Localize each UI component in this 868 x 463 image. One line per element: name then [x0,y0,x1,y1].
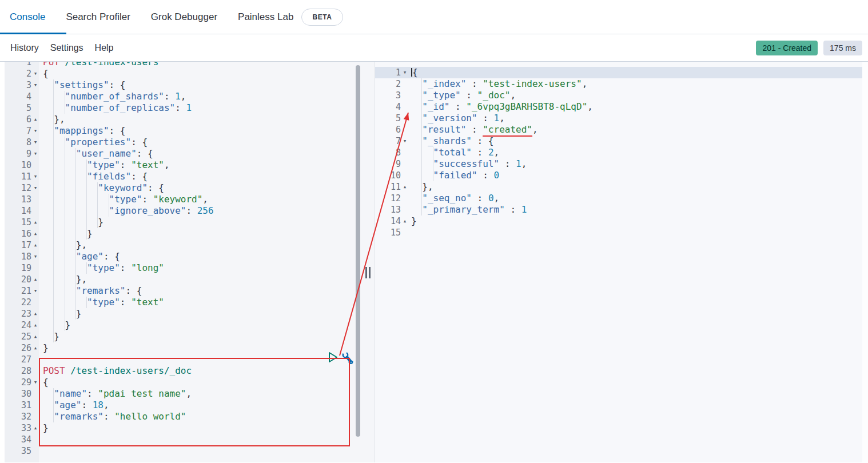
code-text: } [39,228,93,240]
code-line: 19"type": "long" [0,262,375,274]
code-line: 15▴} [0,217,375,228]
line-number: 10 [375,170,401,181]
settings-menu[interactable]: Settings [50,43,83,53]
tab-painless-lab[interactable]: Painless Lab [228,0,296,34]
code-line: 10"failed" : 0 [375,170,862,181]
code-text [39,354,43,365]
fold-toggle-icon[interactable]: ▾ [31,137,39,148]
code-line: 27 [0,354,375,365]
tab-search-profiler[interactable]: Search Profiler [55,0,140,34]
fold-toggle-icon[interactable]: ▾ [31,182,39,194]
line-number: 8 [375,147,401,158]
code-line: 3▾"settings": { [0,79,375,91]
fold-toggle-icon[interactable]: ▴ [31,331,39,342]
code-line: 31"age": 18, [0,400,375,411]
fold-gutter [401,158,409,170]
fold-gutter [31,62,39,68]
code-text: "fields": { [39,171,148,182]
fold-toggle-icon[interactable]: ▾ [31,148,39,159]
editor-scrollbar-thumb[interactable] [356,65,360,437]
code-text: "failed" : 0 [409,170,499,181]
send-request-button[interactable] [328,351,339,364]
code-line: 16▴} [0,228,375,240]
request-editor-pane[interactable]: 1PUT /test-index-users2▾{3▾"settings": {… [0,62,375,462]
fold-toggle-icon[interactable]: ▾ [31,377,39,388]
code-line: 14"ignore_above": 256 [0,205,375,217]
code-text: "properties": { [39,137,148,148]
code-line: 8▾"properties": { [0,137,375,148]
fold-toggle-icon[interactable]: ▴ [31,320,39,331]
response-pane[interactable]: 1▾{2"_index" : "test-index-users",3"_typ… [375,62,868,462]
line-number: 4 [375,101,401,113]
fold-gutter [401,227,409,238]
code-line: 7▾"mappings": { [0,125,375,137]
code-line: 11▾"fields": { [0,171,375,182]
code-line: 28POST /test-index-users/_doc [0,365,375,377]
code-line: 7▾"_shards" : { [375,135,862,147]
fold-toggle-icon[interactable]: ▴ [31,217,39,228]
code-line: 9▾"user_name": { [0,148,375,159]
line-number: 3 [375,90,401,101]
fold-toggle-icon[interactable]: ▾ [31,79,39,91]
code-text: "_id" : "_6vpq3gBARHSBT8-qLqD", [409,101,593,113]
code-text: } [409,215,417,227]
code-text: "age": { [39,251,120,262]
request-options-wrench-icon[interactable] [341,351,355,366]
code-text: "total" : 2, [409,147,499,158]
code-line: 15 [375,227,862,238]
code-line: 8"total" : 2, [375,147,862,158]
fold-toggle-icon[interactable]: ▾ [31,68,39,79]
code-text: "type": "text" [39,297,164,308]
help-menu[interactable]: Help [95,43,114,53]
code-text: "_seq_no" : 0, [409,193,499,204]
code-line: 17▴}, [0,240,375,251]
fold-toggle-icon[interactable]: ▴ [31,342,39,354]
code-line: 18▾"age": { [0,251,375,262]
code-text: "remarks": { [39,285,142,297]
fold-toggle-icon[interactable]: ▾ [401,135,409,147]
code-line: 21▾"remarks": { [0,285,375,297]
pane-resize-handle[interactable] [365,267,372,278]
code-text: "_shards" : { [409,135,494,147]
code-text: } [39,342,49,354]
fold-toggle-icon[interactable]: ▴ [401,181,409,193]
fold-toggle-icon[interactable]: ▴ [31,308,39,320]
line-number: 14 [0,205,31,217]
tab-console[interactable]: Console [0,0,55,34]
fold-toggle-icon[interactable]: ▾ [31,285,39,297]
code-text: "user_name": { [39,148,153,159]
code-text: "_version" : 1, [409,113,505,124]
code-line: 12"_seq_no" : 0, [375,193,862,204]
line-number: 11 [375,181,401,193]
fold-toggle-icon[interactable]: ▴ [31,274,39,285]
fold-toggle-icon[interactable]: ▴ [31,422,39,434]
fold-toggle-icon[interactable]: ▴ [31,114,39,125]
line-number: 25 [0,331,31,342]
line-number: 13 [375,204,401,215]
code-text: "name": "pdai test name", [39,388,192,400]
code-text: }, [409,181,433,193]
code-text: "number_of_shards": 1, [39,91,186,102]
line-number: 1 [0,62,31,68]
line-number: 27 [0,354,31,365]
fold-gutter [401,124,409,135]
fold-toggle-icon[interactable]: ▴ [31,240,39,251]
fold-gutter [31,297,39,308]
fold-toggle-icon[interactable]: ▾ [31,171,39,182]
code-line: 35 [0,445,375,457]
line-number: 6 [375,124,401,135]
tab-grok-debugger[interactable]: Grok Debugger [141,0,228,34]
fold-toggle-icon[interactable]: ▴ [401,215,409,227]
code-line: 4"number_of_shards": 1, [0,91,375,102]
fold-toggle-icon[interactable]: ▾ [401,67,409,78]
fold-toggle-icon[interactable]: ▴ [31,228,39,240]
history-menu[interactable]: History [10,43,39,53]
line-number: 7 [0,125,31,137]
code-text: "settings": { [39,79,126,91]
fold-toggle-icon[interactable]: ▾ [31,251,39,262]
fold-toggle-icon[interactable]: ▾ [31,125,39,137]
code-line: 5"_version" : 1, [375,113,862,124]
fold-gutter [31,445,39,457]
line-number: 15 [375,227,401,238]
fold-gutter [401,193,409,204]
